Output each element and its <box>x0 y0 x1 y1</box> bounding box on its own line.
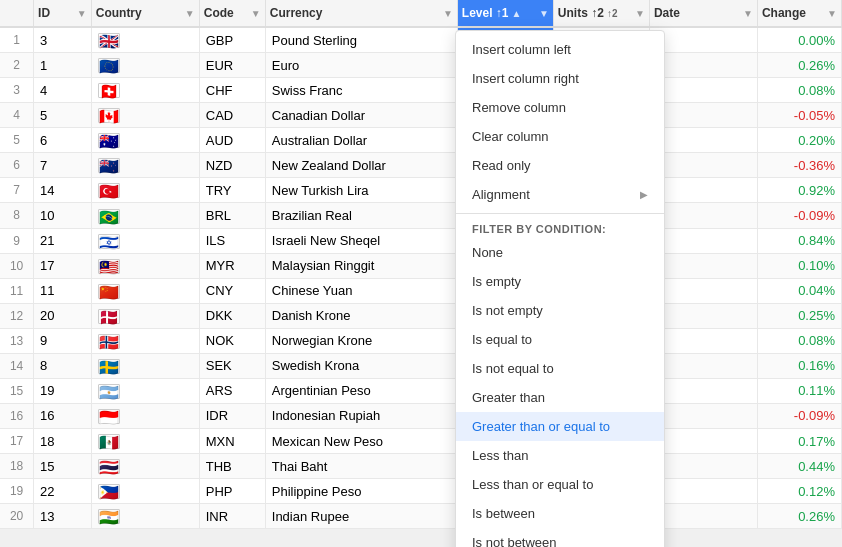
menu-item[interactable]: Remove column <box>456 93 664 122</box>
col-level-label: Level ↑1 <box>462 6 509 20</box>
cell-rownum: 7 <box>0 178 34 203</box>
table-row: 17 18 🇲🇽 MXN Mexican New Peso 16.43 0.17… <box>0 429 842 454</box>
cell-id: 4 <box>34 78 92 103</box>
col-header-units[interactable]: Units ↑2 ↑2 ▼ <box>553 0 649 27</box>
menu-item[interactable]: Insert column left <box>456 35 664 64</box>
col-header-code[interactable]: Code ▼ <box>199 0 265 27</box>
cell-currency: Swedish Krona <box>265 353 457 378</box>
menu-item-label: Alignment <box>472 187 530 202</box>
cell-currency: Euro <box>265 53 457 78</box>
menu-item[interactable]: Is between <box>456 499 664 528</box>
menu-item-label: Is not equal to <box>472 361 554 376</box>
country-flag: 🇧🇷 <box>98 209 120 224</box>
menu-section-label: Filter by condition: <box>456 218 664 238</box>
context-menu: Insert column leftInsert column rightRem… <box>455 30 665 547</box>
cell-rownum: 20 <box>0 504 34 529</box>
cell-rownum: 8 <box>0 203 34 228</box>
col-header-change[interactable]: Change ▼ <box>757 0 841 27</box>
table-row: 9 21 🇮🇱 ILS Israeli New Sheqel 3.82 0.84… <box>0 228 842 253</box>
col-code-filter-icon[interactable]: ▼ <box>251 8 261 19</box>
cell-currency: Danish Krone <box>265 303 457 328</box>
cell-change: 0.00% <box>757 27 841 53</box>
cell-id: 16 <box>34 403 92 428</box>
col-level-sort-icon[interactable]: ▲ <box>512 8 522 19</box>
cell-rownum: 9 <box>0 228 34 253</box>
cell-country: 🇳🇴 <box>91 328 199 353</box>
table-row: 6 7 🇳🇿 NZD New Zealand Dollar 1.52 -0.36… <box>0 153 842 178</box>
submenu-arrow-icon: ▶ <box>640 189 648 200</box>
col-units-filter-icon[interactable]: ▼ <box>635 8 645 19</box>
cell-code: IDR <box>199 403 265 428</box>
col-header-id[interactable]: ID ▼ <box>34 0 92 27</box>
table-row: 20 13 🇮🇳 INR Indian Rupee 65.37 0.26% <box>0 504 842 529</box>
cell-code: SEK <box>199 353 265 378</box>
menu-item[interactable]: Less than or equal to <box>456 470 664 499</box>
col-id-filter-icon[interactable]: ▼ <box>77 8 87 19</box>
cell-country: 🇹🇭 <box>91 454 199 479</box>
col-date-filter-icon[interactable]: ▼ <box>743 8 753 19</box>
menu-item[interactable]: Clear column <box>456 122 664 151</box>
menu-item[interactable]: Is empty <box>456 267 664 296</box>
col-units-sort-icon[interactable]: ↑2 <box>607 8 618 19</box>
menu-item[interactable]: Less than <box>456 441 664 470</box>
country-flag: 🇲🇽 <box>98 434 120 449</box>
table-row: 15 19 🇦🇷 ARS Argentinian Peso 9.25 0.11% <box>0 378 842 403</box>
cell-change: 0.08% <box>757 78 841 103</box>
menu-item[interactable]: Insert column right <box>456 64 664 93</box>
menu-item[interactable]: Greater than or equal to <box>456 412 664 441</box>
col-header-date[interactable]: Date ▼ <box>649 0 757 27</box>
cell-date <box>649 479 757 504</box>
cell-code: GBP <box>199 27 265 53</box>
cell-rownum: 11 <box>0 278 34 303</box>
menu-item[interactable]: Alignment▶ <box>456 180 664 209</box>
menu-item-label: Clear column <box>472 129 549 144</box>
table-row: 7 14 🇹🇷 TRY New Turkish Lira 2.86 0.92% <box>0 178 842 203</box>
cell-change: 0.11% <box>757 378 841 403</box>
table-row: 12 20 🇩🇰 DKK Danish Krone 6.74 0.25% <box>0 303 842 328</box>
country-flag: 🇦🇷 <box>98 384 120 399</box>
menu-item[interactable]: Is not between <box>456 528 664 547</box>
cell-country: 🇮🇳 <box>91 504 199 529</box>
col-header-currency[interactable]: Currency ▼ <box>265 0 457 27</box>
menu-item[interactable]: Is equal to <box>456 325 664 354</box>
col-change-filter-icon[interactable]: ▼ <box>827 8 837 19</box>
cell-currency: Canadian Dollar <box>265 103 457 128</box>
cell-id: 17 <box>34 253 92 278</box>
menu-item-label: Is empty <box>472 274 521 289</box>
menu-item[interactable]: Read only <box>456 151 664 180</box>
cell-code: INR <box>199 504 265 529</box>
cell-change: 0.92% <box>757 178 841 203</box>
cell-currency: Mexican New Peso <box>265 429 457 454</box>
cell-change: 0.16% <box>757 353 841 378</box>
country-flag: 🇮🇱 <box>98 234 120 249</box>
cell-currency: Pound Sterling <box>265 27 457 53</box>
cell-country: 🇲🇾 <box>91 253 199 278</box>
cell-rownum: 1 <box>0 27 34 53</box>
cell-change: 0.26% <box>757 504 841 529</box>
col-header-country[interactable]: Country ▼ <box>91 0 199 27</box>
country-flag: 🇳🇿 <box>98 158 120 173</box>
col-header-level[interactable]: Level ↑1 ▲ ▼ <box>457 0 553 27</box>
menu-item[interactable]: None <box>456 238 664 267</box>
cell-country: 🇲🇽 <box>91 429 199 454</box>
menu-item[interactable]: Is not equal to <box>456 354 664 383</box>
table-row: 14 8 🇸🇪 SEK Swedish Krona 8.52 0.16% <box>0 353 842 378</box>
menu-item[interactable]: Greater than <box>456 383 664 412</box>
col-currency-filter-icon[interactable]: ▼ <box>443 8 453 19</box>
cell-country: 🇬🇧 <box>91 27 199 53</box>
menu-item-label: Is between <box>472 506 535 521</box>
col-country-filter-icon[interactable]: ▼ <box>185 8 195 19</box>
cell-code: MXN <box>199 429 265 454</box>
cell-date <box>649 128 757 153</box>
cell-code: CHF <box>199 78 265 103</box>
cell-rownum: 4 <box>0 103 34 128</box>
menu-item[interactable]: Is not empty <box>456 296 664 325</box>
menu-item-label: Greater than <box>472 390 545 405</box>
cell-date <box>649 454 757 479</box>
cell-code: BRL <box>199 203 265 228</box>
table-row: 18 15 🇹🇭 THB Thai Baht 35.50 0.44% <box>0 454 842 479</box>
cell-date <box>649 278 757 303</box>
cell-currency: Chinese Yuan <box>265 278 457 303</box>
col-code-label: Code <box>204 6 234 20</box>
col-level-filter-icon[interactable]: ▼ <box>539 8 549 19</box>
